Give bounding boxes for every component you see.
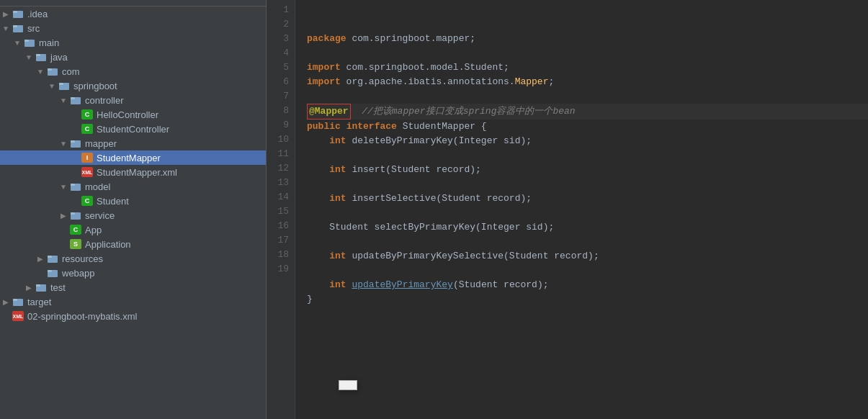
folder-icon (69, 210, 82, 221)
tree-arrow-service[interactable] (58, 212, 69, 220)
tree-item-java[interactable]: java (0, 50, 266, 64)
tree-item-com[interactable]: com (0, 64, 266, 78)
tree-label-App: App (85, 225, 102, 235)
keyword: package (307, 33, 346, 44)
line-numbers: 12345678910111213141516171819 (267, 0, 295, 419)
svg-rect-1 (13, 11, 17, 13)
bean-text: bean (552, 106, 575, 117)
tree-label-StudentMapperXml: StudentMapper.xml (97, 167, 177, 178)
code-text (307, 279, 329, 290)
line-number-13: 13 (267, 176, 295, 190)
line-number-9: 9 (267, 118, 295, 132)
folder-open-icon (69, 94, 82, 106)
svg-rect-21 (48, 256, 52, 258)
code-text: com.springboot.mapper; (346, 33, 475, 44)
tree-arrow-src[interactable] (0, 24, 12, 32)
line-number-3: 3 (267, 32, 295, 46)
tree-arrow-resources[interactable] (35, 255, 46, 263)
line-number-18: 18 (267, 248, 295, 262)
tree-arrow-model[interactable] (58, 183, 69, 191)
tree-item-src[interactable]: src (0, 21, 266, 35)
code-text: StudentMapper { (397, 121, 487, 132)
tree-item-StudentMapper[interactable]: IStudentMapper (0, 150, 266, 165)
tree-item-Student[interactable]: CStudent (0, 194, 266, 208)
tree-label-idea: .idea (27, 9, 48, 19)
code-line-9 (307, 148, 868, 163)
folder-open-icon (46, 66, 59, 77)
method-link[interactable]: updateByPrimaryKey (352, 279, 452, 290)
svg-rect-23 (48, 270, 52, 272)
code-text: com.springboot.model. (341, 62, 465, 73)
comment: //把该mapper接口变成spring容器中的一个 (362, 106, 552, 117)
tree-item-main[interactable]: main (0, 35, 266, 50)
folder-icon (12, 296, 24, 307)
tree-item-controller[interactable]: controller (0, 93, 266, 107)
line-number-7: 7 (267, 89, 295, 104)
code-editor: 12345678910111213141516171819 package co… (267, 0, 868, 419)
line-number-14: 14 (267, 190, 295, 204)
tree-arrow-main[interactable] (12, 39, 23, 47)
tree-label-controller: controller (85, 95, 123, 106)
line-number-1: 1 (267, 3, 295, 17)
tree-item-model[interactable]: model (0, 179, 266, 194)
tree-label-HelloController: HelloController (97, 109, 158, 120)
file-tree[interactable]: .ideasrcmainjavacomspringbootcontrollerC… (0, 6, 266, 323)
code-text: (Student record); (453, 279, 549, 290)
keyword: int (329, 164, 346, 175)
tree-arrow-mapper[interactable] (58, 140, 69, 148)
tree-item-service[interactable]: service (0, 208, 266, 222)
svg-rect-7 (36, 54, 40, 56)
tree-label-com: com (62, 66, 80, 77)
code-text: updateByPrimaryKeySelective(Student reco… (346, 251, 599, 261)
code-text: ; (504, 62, 509, 73)
svg-rect-17 (71, 184, 75, 186)
tree-item-springboot[interactable]: springboot (0, 78, 266, 93)
class-c-icon: C (81, 109, 94, 120)
code-text: deleteByPrimaryKey(Integer sid); (346, 135, 532, 146)
tree-arrow-springboot[interactable] (46, 82, 58, 90)
tree-item-HelloController[interactable]: CHelloController (0, 107, 266, 122)
tree-arrow-controller[interactable] (58, 96, 69, 104)
svg-rect-25 (36, 284, 40, 287)
tree-label-model: model (85, 181, 110, 192)
tree-arrow-test[interactable] (23, 284, 35, 292)
code-line-11 (307, 177, 868, 192)
tree-item-resources[interactable]: resources (0, 251, 266, 266)
class-c-icon: C (81, 195, 94, 207)
tree-item-target[interactable]: target (0, 294, 266, 309)
svg-rect-11 (59, 83, 63, 85)
code-line-2 (307, 46, 868, 60)
folder-open-icon (35, 51, 48, 63)
tree-item-webapp[interactable]: webapp (0, 266, 266, 280)
tree-item-StudentController[interactable]: CStudentController (0, 122, 266, 136)
tree-label-springboot: springboot (73, 81, 117, 91)
line-number-2: 2 (267, 17, 295, 32)
line-number-10: 10 (267, 132, 295, 147)
code-text: } (307, 294, 313, 305)
line-number-15: 15 (267, 204, 295, 219)
line-number-5: 5 (267, 60, 295, 75)
tree-label-webapp: webapp (62, 268, 95, 279)
folder-open-icon (12, 22, 24, 34)
code-line-5 (307, 89, 868, 104)
tree-arrow-java[interactable] (23, 53, 35, 61)
class-name: Student (464, 62, 504, 73)
project-sidebar[interactable]: .ideasrcmainjavacomspringbootcontrollerC… (0, 0, 267, 419)
tree-item-mapper[interactable]: mapper (0, 136, 266, 150)
tree-item-Application[interactable]: SApplication (0, 237, 266, 251)
keyword: int (329, 279, 346, 290)
svg-rect-13 (71, 97, 75, 99)
project-header (0, 0, 266, 6)
tree-item-idea[interactable]: .idea (0, 6, 266, 21)
tree-label-resources: resources (62, 253, 103, 264)
tree-arrow-idea[interactable] (0, 10, 12, 18)
springboot-icon: S (69, 238, 82, 250)
tree-item-02-springboot-mybatis-xml[interactable]: XML02-springboot-mybatis.xml (0, 309, 266, 323)
code-text (341, 121, 346, 132)
tree-arrow-com[interactable] (35, 68, 46, 76)
tree-item-StudentMapperXml[interactable]: XMLStudentMapper.xml (0, 165, 266, 179)
tree-arrow-target[interactable] (0, 298, 12, 306)
code-text (307, 193, 329, 204)
tree-item-test[interactable]: test (0, 280, 266, 294)
tree-item-App[interactable]: CApp (0, 222, 266, 237)
